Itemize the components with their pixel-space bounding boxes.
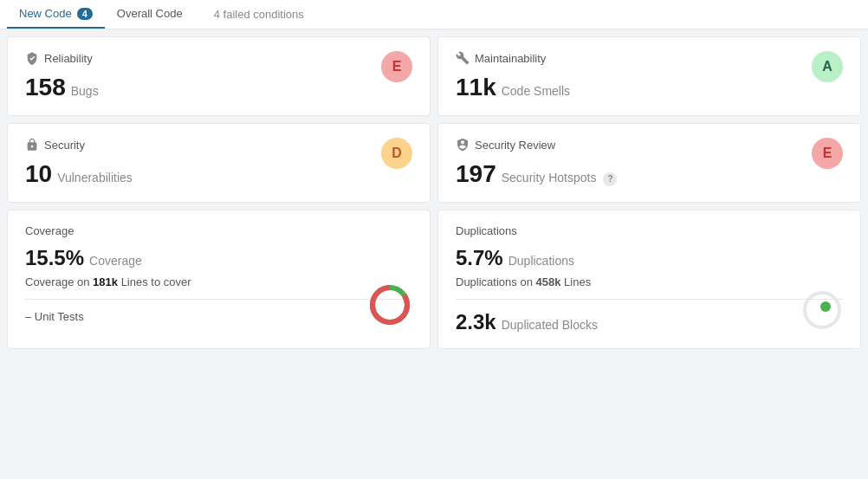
security-value: 10 — [25, 160, 52, 188]
tab-overall-code[interactable]: Overall Code — [105, 0, 195, 29]
maintainability-grade: A — [812, 51, 843, 82]
metrics-grid: Reliability 158 Bugs E Maintainability 1… — [0, 29, 868, 356]
coverage-title: Coverage — [25, 224, 74, 237]
coverage-card: Coverage 15.5% Coverage Coverage on 181k… — [7, 210, 431, 349]
maintainability-card: Maintainability 11k Code Smells A — [437, 36, 861, 116]
coverage-sub-label: Lines to cover — [121, 275, 191, 288]
security-title: Security — [44, 139, 85, 152]
security-label: Vulnerabilities — [57, 171, 133, 184]
duplications-dot-icon — [801, 289, 843, 331]
security-review-info-icon[interactable]: ? — [603, 172, 617, 186]
reliability-label: Bugs — [71, 84, 99, 98]
duplications-sub-label: Lines — [564, 275, 591, 288]
coverage-donut-container — [367, 282, 412, 331]
duplications-percent-value: 5.7% — [456, 246, 503, 270]
maintainability-metric: 11k Code Smells — [456, 74, 843, 101]
duplications-metric: 5.7% Duplications — [456, 246, 843, 270]
duplications-blocks-metric: 2.3k Duplicated Blocks — [456, 310, 843, 334]
security-review-label: Security Hotspots — [502, 171, 597, 184]
duplications-header: Duplications — [456, 224, 843, 237]
duplications-sub-value: 458k — [536, 275, 561, 288]
maintainability-label: Code Smells — [502, 84, 570, 98]
reliability-metric: 158 Bugs — [25, 74, 412, 101]
security-review-metric: 197 Security Hotspots ? — [456, 160, 843, 188]
duplications-block-label: Duplicated Blocks — [502, 318, 598, 332]
reliability-title: Reliability — [44, 52, 93, 65]
coverage-percent-value: 15.5% — [25, 246, 84, 270]
security-review-icon — [456, 138, 470, 152]
security-metric: 10 Vulnerabilities — [25, 160, 412, 188]
unit-tests-label: Unit Tests — [35, 310, 84, 323]
coverage-sub-metric: Coverage on 181k Lines to cover — [25, 275, 412, 288]
duplications-sub-metric: Duplications on 458k Lines — [456, 275, 843, 288]
duplications-card: Duplications 5.7% Duplications Duplicati… — [437, 210, 861, 349]
unit-tests-prefix: – — [25, 310, 31, 323]
coverage-divider — [25, 299, 412, 300]
security-card: Security 10 Vulnerabilities D — [7, 123, 431, 203]
coverage-sub-text: Coverage on — [25, 275, 89, 288]
maintainability-header: Maintainability — [456, 51, 843, 65]
maintainability-icon — [456, 51, 470, 65]
security-icon — [25, 138, 39, 152]
coverage-metric: 15.5% Coverage — [25, 246, 412, 270]
svg-point-4 — [820, 301, 831, 312]
security-review-value: 197 — [456, 160, 496, 188]
failed-conditions-label: 4 failed conditions — [202, 3, 316, 26]
unit-tests-row: – Unit Tests — [25, 310, 412, 323]
reliability-header: Reliability — [25, 51, 412, 65]
security-grade: D — [381, 138, 412, 169]
duplications-icon-container — [801, 289, 843, 331]
security-review-title: Security Review — [475, 139, 555, 152]
reliability-icon — [25, 51, 39, 65]
coverage-donut-chart — [367, 282, 412, 327]
reliability-value: 158 — [25, 74, 66, 101]
tab-new-code-badge: 4 — [77, 8, 93, 20]
coverage-header: Coverage — [25, 224, 412, 237]
duplications-percent-label: Duplications — [508, 254, 574, 268]
tab-overall-code-label: Overall Code — [117, 7, 183, 20]
reliability-card: Reliability 158 Bugs E — [7, 36, 431, 116]
tab-bar: New Code 4 Overall Code 4 failed conditi… — [0, 0, 868, 29]
security-review-header: Security Review — [456, 138, 843, 152]
duplications-sub-text: Duplications on — [456, 275, 533, 288]
tab-new-code[interactable]: New Code 4 — [7, 0, 105, 29]
coverage-percent-label: Coverage — [89, 254, 142, 268]
tab-new-code-label: New Code — [19, 7, 72, 20]
duplications-title: Duplications — [456, 224, 517, 237]
security-header: Security — [25, 138, 412, 152]
security-review-card: Security Review 197 Security Hotspots ? … — [437, 123, 861, 203]
maintainability-title: Maintainability — [475, 52, 546, 65]
maintainability-value: 11k — [456, 74, 496, 101]
duplications-divider — [456, 299, 843, 300]
coverage-sub-value: 181k — [93, 275, 118, 288]
security-review-grade: E — [812, 138, 843, 169]
reliability-grade: E — [381, 51, 412, 82]
duplications-block-value: 2.3k — [456, 310, 496, 334]
